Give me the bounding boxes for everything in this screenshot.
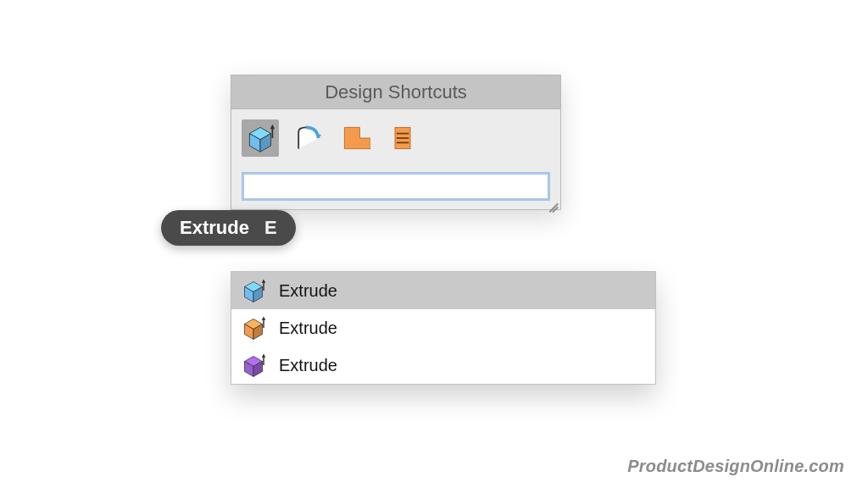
suggestion-item[interactable]: Extrude [231,347,655,384]
toolbar-icon-row [242,119,550,157]
panel-body [231,109,560,209]
extrude-icon [240,277,267,304]
tooltip-label: Extrude [180,217,249,239]
extrude-icon [240,352,267,379]
sweep-icon[interactable] [337,119,374,157]
suggestion-label: Extrude [279,281,337,301]
svg-marker-4 [270,125,275,129]
extrude-icon[interactable] [242,119,279,157]
extrude-icon [240,314,267,341]
svg-marker-24 [262,354,266,358]
suggestion-item[interactable]: Extrude [231,272,655,309]
design-shortcuts-panel: Design Shortcuts [231,75,561,210]
suggestion-label: Extrude [279,319,337,338]
tooltip-shortcut: E [264,217,277,239]
suggestion-label: Extrude [279,356,337,375]
loft-icon[interactable] [384,119,421,157]
panel-title: Design Shortcuts [231,75,560,109]
svg-marker-19 [262,317,266,321]
suggestion-dropdown: Extrude Extrude Extrude [231,271,656,385]
revolve-icon[interactable] [289,119,326,157]
resize-grip-icon[interactable] [545,194,559,208]
suggestion-item[interactable]: Extrude [231,309,655,347]
watermark-text: ProductDesignOnline.com [627,457,844,476]
search-input[interactable] [242,172,550,201]
tooltip: Extrude E [161,210,296,246]
svg-marker-14 [262,280,266,284]
